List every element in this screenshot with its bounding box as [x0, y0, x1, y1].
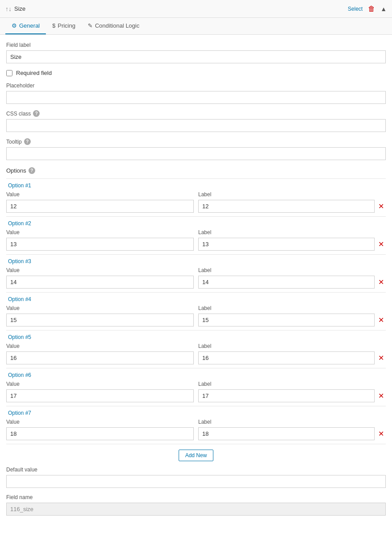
option-block-6: Option #6 Value Label ✕: [6, 368, 386, 406]
css-class-input[interactable]: [6, 119, 386, 132]
option-remove-button-7[interactable]: ✕: [376, 428, 386, 440]
sort-icon: ↑↓: [5, 5, 12, 12]
tab-general-label: General: [19, 22, 40, 29]
option-remove-button-3[interactable]: ✕: [376, 276, 386, 288]
option-label-col-3: Label ✕: [198, 267, 386, 289]
option-title-3: Option #3: [6, 258, 386, 264]
field-label-input[interactable]: [6, 50, 386, 63]
option-title-5: Option #5: [6, 334, 386, 340]
option-remove-button-1[interactable]: ✕: [376, 200, 386, 212]
option-label-input-5[interactable]: [198, 351, 375, 364]
css-class-group: CSS class ?: [6, 110, 386, 132]
option-label-input-7[interactable]: [198, 427, 375, 440]
tooltip-help-icon[interactable]: ?: [24, 138, 31, 145]
option-label-input-1[interactable]: [198, 200, 375, 213]
header-left: ↑↓ Size: [5, 5, 25, 12]
option-value-col-2: Value: [6, 229, 194, 251]
option-value-label-1: Value: [6, 191, 194, 198]
option-label-input-6[interactable]: [198, 389, 375, 402]
option-value-input-2[interactable]: [6, 238, 194, 251]
option-row-7: Value Label ✕: [6, 419, 386, 444]
option-row-4: Value Label ✕: [6, 305, 386, 330]
option-value-label-5: Value: [6, 343, 194, 349]
option-value-input-4[interactable]: [6, 314, 194, 326]
option-label-input-3[interactable]: [198, 276, 375, 289]
placeholder-input[interactable]: [6, 91, 386, 104]
option-row-5: Value Label ✕: [6, 343, 386, 368]
option-label-input-4[interactable]: [198, 314, 375, 326]
option-label-col-5: Label ✕: [198, 343, 386, 364]
header-right: Select 🗑 ▲: [348, 4, 387, 14]
option-row-6: Value Label ✕: [6, 381, 386, 406]
tooltip-label: Tooltip: [6, 139, 22, 145]
collapse-button[interactable]: ▲: [380, 5, 387, 12]
option-block-2: Option #2 Value Label ✕: [6, 216, 386, 254]
option-value-label-6: Value: [6, 381, 194, 387]
option-block-3: Option #3 Value Label ✕: [6, 254, 386, 292]
option-label-col-4: Label ✕: [198, 305, 386, 326]
option-title-6: Option #6: [6, 372, 386, 378]
option-label-col-1: Label ✕: [198, 191, 386, 213]
option-block-1: Option #1 Value Label ✕: [6, 178, 386, 216]
option-value-col-5: Value: [6, 343, 194, 364]
css-class-help-icon[interactable]: ?: [33, 110, 40, 117]
option-value-col-7: Value: [6, 419, 194, 440]
conditional-tab-icon: ✎: [88, 22, 93, 29]
option-value-input-1[interactable]: [6, 200, 194, 213]
default-value-label: Default value: [6, 467, 386, 473]
option-label-col-2: Label ✕: [198, 229, 386, 251]
options-help-icon[interactable]: ?: [29, 167, 35, 174]
options-label: Options: [6, 167, 26, 174]
select-link[interactable]: Select: [348, 6, 363, 12]
option-value-input-6[interactable]: [6, 389, 194, 402]
option-value-col-3: Value: [6, 267, 194, 289]
option-label-label-6: Label: [198, 381, 375, 387]
field-name-group: Field name: [6, 494, 386, 516]
option-remove-button-2[interactable]: ✕: [376, 238, 386, 250]
field-header: ↑↓ Size Select 🗑 ▲: [0, 0, 392, 18]
delete-button[interactable]: 🗑: [366, 4, 377, 14]
required-checkbox[interactable]: [6, 70, 12, 76]
add-new-row: Add New: [6, 444, 386, 467]
add-new-button[interactable]: Add New: [179, 450, 214, 461]
option-block-7: Option #7 Value Label ✕: [6, 406, 386, 444]
placeholder-group: Placeholder: [6, 83, 386, 104]
option-label-label-2: Label: [198, 229, 375, 235]
option-value-col-4: Value: [6, 305, 194, 326]
option-value-col-6: Value: [6, 381, 194, 402]
option-row-2: Value Label ✕: [6, 229, 386, 254]
option-label-label-7: Label: [198, 419, 375, 425]
option-label-label-1: Label: [198, 191, 375, 198]
tab-pricing[interactable]: $ Pricing: [46, 18, 82, 34]
tab-general[interactable]: ⚙ General: [5, 18, 46, 34]
option-value-input-5[interactable]: [6, 351, 194, 364]
options-list: Option #1 Value Label ✕ Option #2 V: [6, 178, 386, 444]
default-value-input[interactable]: [6, 475, 386, 488]
tab-conditional-logic[interactable]: ✎ Conditional Logic: [82, 18, 146, 34]
tab-pricing-label: Pricing: [57, 22, 75, 29]
option-value-col-1: Value: [6, 191, 194, 213]
option-label-col-6: Label ✕: [198, 381, 386, 402]
option-row-1: Value Label ✕: [6, 191, 386, 216]
tooltip-group: Tooltip ?: [6, 138, 386, 160]
option-title-4: Option #4: [6, 296, 386, 302]
option-value-input-7[interactable]: [6, 427, 194, 440]
option-label-input-2[interactable]: [198, 238, 375, 251]
field-title: Size: [14, 5, 25, 12]
tooltip-input[interactable]: [6, 147, 386, 160]
options-header: Options ?: [6, 167, 386, 174]
option-title-7: Option #7: [6, 410, 386, 416]
option-block-5: Option #5 Value Label ✕: [6, 330, 386, 368]
field-label-group: Field label: [6, 42, 386, 63]
placeholder-label: Placeholder: [6, 83, 386, 89]
css-class-label-row: CSS class ?: [6, 110, 386, 117]
option-remove-button-6[interactable]: ✕: [376, 390, 386, 402]
option-value-label-4: Value: [6, 305, 194, 311]
options-section: Options ? Option #1 Value Label ✕: [6, 167, 386, 467]
field-label-label: Field label: [6, 42, 386, 48]
option-remove-button-4[interactable]: ✕: [376, 314, 386, 326]
option-value-input-3[interactable]: [6, 276, 194, 289]
option-label-col-7: Label ✕: [198, 419, 386, 440]
option-value-label-7: Value: [6, 419, 194, 425]
option-remove-button-5[interactable]: ✕: [376, 352, 386, 364]
